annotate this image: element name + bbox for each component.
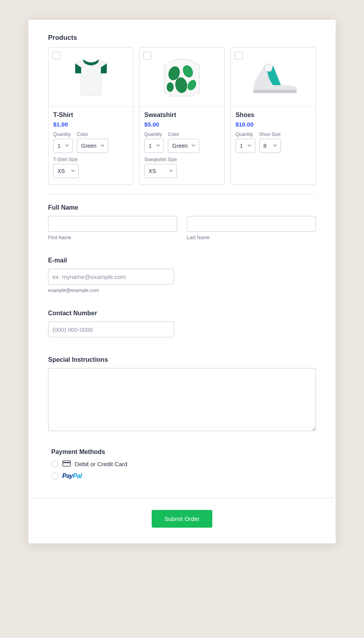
quantity-select[interactable]: 1 bbox=[236, 139, 255, 153]
contact-label: Contact Number bbox=[48, 310, 316, 317]
svg-point-4 bbox=[167, 82, 174, 92]
first-name-input[interactable] bbox=[48, 216, 177, 232]
color-label: Color bbox=[168, 132, 199, 137]
quantity-value: 1 bbox=[149, 143, 152, 149]
chevron-down-icon bbox=[247, 143, 252, 149]
product-name: Shoes bbox=[236, 112, 311, 119]
quantity-label: Quantity bbox=[144, 132, 164, 137]
payment-card-label: Debit or Credit Card bbox=[75, 461, 127, 467]
size-label: T-Shirt Size bbox=[53, 157, 79, 162]
svg-rect-6 bbox=[63, 461, 71, 466]
product-price: $5.00 bbox=[144, 121, 219, 128]
tshirt-icon bbox=[63, 54, 119, 101]
email-sublabel: example@example.com bbox=[48, 288, 316, 293]
product-card-shoes: Shoes $10.00 Quantity 1 Shoe Size bbox=[230, 47, 316, 185]
chevron-down-icon bbox=[71, 168, 75, 174]
size-value: XS bbox=[149, 168, 156, 174]
color-select[interactable]: Green bbox=[168, 139, 199, 153]
full-name-label: Full Name bbox=[48, 204, 316, 211]
products-heading: Products bbox=[48, 34, 316, 42]
chevron-down-icon bbox=[100, 143, 105, 149]
sweatshirt-icon bbox=[154, 54, 210, 101]
size-value: XS bbox=[58, 168, 65, 174]
size-select[interactable]: XS bbox=[53, 164, 79, 178]
chevron-down-icon bbox=[169, 168, 173, 174]
quantity-value: 1 bbox=[240, 143, 243, 149]
instructions-label: Special Instructions bbox=[48, 356, 316, 363]
product-checkbox[interactable] bbox=[52, 52, 60, 60]
product-price: $10.00 bbox=[236, 121, 311, 128]
chevron-down-icon bbox=[65, 143, 69, 149]
svg-rect-5 bbox=[253, 90, 297, 93]
size-select[interactable]: XS bbox=[144, 164, 177, 178]
shoe-size-value: 8 bbox=[264, 143, 267, 149]
product-image bbox=[139, 48, 224, 107]
product-name: Sweatshirt bbox=[144, 112, 219, 119]
payment-option-paypal[interactable]: PayPal bbox=[51, 472, 316, 480]
product-checkbox[interactable] bbox=[143, 52, 151, 60]
credit-card-icon bbox=[62, 460, 71, 468]
quantity-label: Quantity bbox=[53, 132, 73, 137]
product-card-tshirt: T-Shirt $1.00 Quantity 1 Color bbox=[48, 47, 134, 185]
submit-order-button[interactable]: Submit Order bbox=[152, 510, 212, 528]
product-image bbox=[48, 48, 133, 107]
shoe-size-label: Shoe Size bbox=[259, 132, 281, 137]
color-value: Green bbox=[172, 143, 188, 149]
size-label: Sweatshirt Size bbox=[144, 157, 177, 162]
quantity-select[interactable]: 1 bbox=[144, 139, 164, 153]
svg-rect-7 bbox=[63, 462, 71, 463]
shoe-icon bbox=[245, 54, 301, 101]
product-image bbox=[231, 48, 316, 107]
quantity-select[interactable]: 1 bbox=[53, 139, 73, 153]
chevron-down-icon bbox=[273, 143, 277, 149]
radio-paypal[interactable] bbox=[51, 472, 58, 480]
product-checkbox[interactable] bbox=[235, 52, 243, 60]
instructions-textarea[interactable] bbox=[48, 368, 316, 431]
quantity-value: 1 bbox=[58, 143, 61, 149]
contact-input[interactable] bbox=[48, 322, 174, 337]
order-form: Products T-Shirt $1.00 bbox=[28, 20, 336, 543]
product-card-sweatshirt: Sweatshirt $5.00 Quantity 1 Color bbox=[139, 47, 225, 185]
chevron-down-icon bbox=[156, 143, 160, 149]
quantity-label: Quantity bbox=[236, 132, 255, 137]
color-value: Green bbox=[81, 143, 97, 149]
divider bbox=[48, 194, 316, 195]
chevron-down-icon bbox=[191, 143, 196, 149]
shoe-size-select[interactable]: 8 bbox=[259, 139, 281, 153]
last-name-sublabel: Last Name bbox=[187, 235, 316, 240]
first-name-sublabel: First Name bbox=[48, 235, 177, 240]
product-name: T-Shirt bbox=[53, 112, 128, 119]
email-label: E-mail bbox=[48, 257, 316, 264]
payment-option-card[interactable]: Debit or Credit Card bbox=[51, 460, 316, 468]
product-price: $1.00 bbox=[53, 121, 128, 128]
payment-methods-label: Payment Methods bbox=[51, 448, 316, 456]
color-label: Color bbox=[77, 132, 108, 137]
radio-card[interactable] bbox=[51, 461, 58, 468]
paypal-icon: PayPal bbox=[62, 472, 82, 480]
last-name-input[interactable] bbox=[187, 216, 316, 232]
products-row: T-Shirt $1.00 Quantity 1 Color bbox=[48, 47, 316, 185]
email-input[interactable] bbox=[48, 269, 174, 285]
color-select[interactable]: Green bbox=[77, 139, 108, 153]
